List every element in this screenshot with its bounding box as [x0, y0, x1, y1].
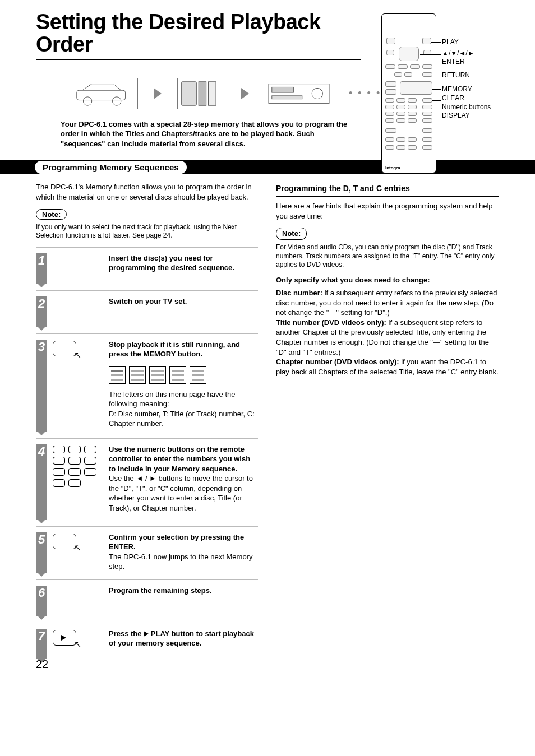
title-label: Title number (DVD videos only): — [276, 318, 386, 327]
step-text-pre: Press the — [109, 629, 144, 638]
remote-label-display: DISPLAY — [442, 112, 504, 120]
step-text-bold: Use the numeric buttons on the remote co… — [109, 444, 258, 474]
discs-illustration — [177, 78, 225, 109]
right-note-text: For Video and audio CDs, you can only pr… — [276, 243, 499, 270]
play-button-icon: ↖ — [53, 630, 76, 646]
title-rule — [36, 59, 361, 60]
svg-point-2 — [112, 97, 121, 105]
step-number: 3 — [36, 340, 47, 432]
remote-label-play: PLAY — [442, 38, 504, 47]
only-heading: Only specify what you does need to chang… — [276, 275, 499, 285]
svg-rect-7 — [272, 87, 294, 92]
step-text: Insert the disc(s) you need for programm… — [109, 254, 234, 272]
title-number-para: Title number (DVD videos only): if a sub… — [276, 318, 499, 357]
section-title: Programming Memory Sequences — [35, 161, 187, 174]
steps-list: 1 Insert the disc(s) you need for progra… — [36, 247, 258, 666]
step-number: 2 — [36, 296, 47, 327]
car-illustration — [70, 78, 138, 109]
svg-rect-4 — [199, 82, 206, 105]
step-text-bold: Confirm your selection by pressing the E… — [109, 532, 258, 552]
play-icon — [144, 631, 149, 637]
step-4: 4 Use the numeric buttons on the remote … — [36, 438, 258, 526]
step-text: Program the remaining steps. — [109, 586, 212, 595]
disc-label: Disc number: — [276, 289, 322, 297]
right-subheading: Programming the D, T and C entries — [276, 183, 499, 194]
remote-label-nav: ▲/▼/◄/► — [442, 49, 504, 58]
step-1: 1 Insert the disc(s) you need for progra… — [36, 247, 258, 290]
remote-label-numeric: Numeric buttons — [442, 103, 504, 112]
note-label: Note: — [36, 209, 67, 220]
step-number: 7 — [36, 629, 47, 659]
remote-label-clear: CLEAR — [442, 94, 504, 103]
remote-figure: Integra PLAY ▲/▼/◄/► ENTER RETURN MEMORY… — [381, 13, 499, 173]
arrow-icon — [154, 88, 162, 99]
page-number: 22 — [36, 658, 48, 671]
chapter-label: Chapter number (DVD videos only): — [276, 358, 399, 366]
left-paragraph: The DPC-6.1's Memory function allows you… — [36, 182, 258, 202]
remote-labels: PLAY ▲/▼/◄/► ENTER RETURN MEMORY CLEAR N… — [442, 13, 504, 120]
step-3: 3 ↖ Stop playback if it is still running… — [36, 333, 258, 438]
disc-number-para: Disc number: if a subsequent entry refer… — [276, 288, 499, 318]
step-text-body: The DPC-6.1 now jumps to the next Memory… — [109, 552, 258, 572]
step-number: 5 — [36, 532, 47, 573]
page-title: Setting the Desired Playback Order — [36, 11, 361, 56]
svg-point-8 — [312, 88, 322, 99]
svg-rect-9 — [272, 96, 302, 99]
step-number: 1 — [36, 253, 47, 284]
step-text-body: Use the ◄ / ► buttons to move the cursor… — [109, 474, 258, 513]
step-text: Switch on your TV set. — [109, 297, 187, 305]
step-text-bold: Stop playback if it is still running, an… — [109, 340, 258, 359]
remote-label-return: RETURN — [442, 71, 504, 80]
note-label: Note: — [276, 228, 307, 240]
right-para1: Here are a few hints that explain the pr… — [276, 201, 499, 221]
step-5: 5 ↖ Confirm your selection by pressing t… — [36, 526, 258, 579]
note-text: If you only want to select the next trac… — [36, 223, 258, 240]
step-text-body: The letters on this menu page have the f… — [109, 389, 258, 429]
numeric-buttons-icon — [53, 446, 104, 487]
thin-rule — [276, 196, 499, 197]
svg-rect-6 — [269, 84, 329, 103]
memory-slots-icon — [109, 366, 258, 384]
remote-brand: Integra — [385, 165, 400, 170]
intro-paragraph: Your DPC-6.1 comes with a special 28-ste… — [61, 119, 358, 149]
remote-label-enter: ENTER — [442, 58, 504, 67]
arrow-icon — [241, 88, 249, 99]
enter-button-icon: ↖ — [53, 534, 76, 549]
memory-button-icon: ↖ — [53, 341, 76, 356]
svg-point-1 — [83, 97, 91, 105]
svg-rect-3 — [181, 82, 196, 105]
step-number: 4 — [36, 444, 47, 520]
step-7: 7 ↖ Press the PLAY button to start playb… — [36, 623, 258, 666]
remote-label-memory: MEMORY — [442, 85, 504, 94]
unit-illustration — [265, 78, 333, 109]
step-2: 2 Switch on your TV set. — [36, 290, 258, 333]
step-6: 6 Program the remaining steps. — [36, 579, 258, 623]
remote-body: Integra — [381, 13, 436, 173]
step-number: 6 — [36, 586, 47, 616]
chapter-number-para: Chapter number (DVD videos only): if you… — [276, 357, 499, 377]
svg-rect-5 — [209, 82, 216, 105]
